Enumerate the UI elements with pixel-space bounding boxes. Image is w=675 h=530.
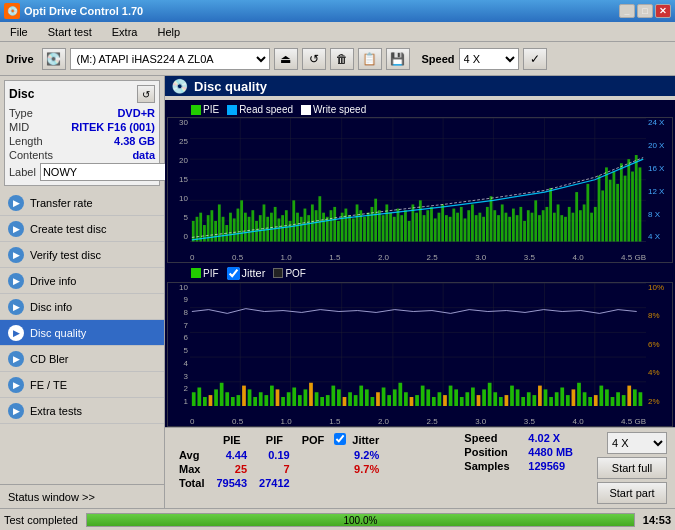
speed-select[interactable]: 4 X bbox=[459, 48, 519, 70]
avg-jitter: 9.2% bbox=[350, 448, 381, 462]
save-button[interactable]: 💾 bbox=[386, 48, 410, 70]
svg-rect-170 bbox=[298, 395, 302, 406]
drive-icon-button[interactable]: 💽 bbox=[42, 48, 66, 70]
app-title: Opti Drive Control 1.70 bbox=[24, 5, 143, 17]
maximize-button[interactable]: □ bbox=[637, 4, 653, 18]
bottom-chart-x-axis: 00.51.01.52.02.53.03.54.04.5 GB bbox=[190, 417, 646, 426]
eject-button[interactable]: ⏏ bbox=[274, 48, 298, 70]
top-chart-svg bbox=[190, 118, 646, 242]
sidebar-item-drive-info[interactable]: ▶ Drive info bbox=[0, 268, 164, 294]
svg-rect-31 bbox=[251, 210, 254, 241]
refresh-drive-button[interactable]: ↺ bbox=[302, 48, 326, 70]
position-row: Position 4480 MB bbox=[464, 446, 573, 458]
svg-rect-200 bbox=[465, 392, 469, 406]
menu-start-test[interactable]: Start test bbox=[42, 25, 98, 39]
svg-rect-202 bbox=[477, 395, 481, 406]
status-window-label: Status window >> bbox=[8, 491, 95, 503]
sidebar-item-extra-tests[interactable]: ▶ Extra tests bbox=[0, 398, 164, 424]
status-bar: Test completed 100.0% 14:53 bbox=[0, 508, 675, 530]
drive-label: Drive bbox=[6, 53, 34, 65]
svg-rect-223 bbox=[594, 395, 598, 406]
sidebar-item-disc-info[interactable]: ▶ Disc info bbox=[0, 294, 164, 320]
svg-rect-106 bbox=[531, 213, 534, 242]
sidebar-item-create-test-disc[interactable]: ▶ Create test disc bbox=[0, 216, 164, 242]
samples-stat-label: Samples bbox=[464, 460, 524, 472]
status-window-button[interactable]: Status window >> bbox=[0, 484, 164, 508]
svg-rect-21 bbox=[214, 221, 217, 242]
stats-panel: PIE PIF POF Jitter Avg 4.44 0.19 9.2% Ma… bbox=[165, 427, 675, 508]
sidebar-item-disc-quality[interactable]: ▶ Disc quality bbox=[0, 320, 164, 346]
disc-refresh-button[interactable]: ↺ bbox=[137, 85, 155, 103]
svg-rect-123 bbox=[594, 207, 597, 242]
disc-section: Disc ↺ Type DVD+R MID RITEK F16 (001) Le… bbox=[4, 80, 160, 186]
avg-jitter-spacer bbox=[330, 448, 350, 462]
sidebar-item-transfer-rate[interactable]: ▶ Transfer rate bbox=[0, 190, 164, 216]
svg-rect-220 bbox=[577, 382, 581, 406]
svg-rect-214 bbox=[544, 389, 548, 406]
jitter-col-checkbox[interactable] bbox=[330, 432, 350, 448]
svg-rect-168 bbox=[287, 392, 291, 406]
svg-rect-195 bbox=[438, 392, 442, 406]
svg-rect-56 bbox=[344, 209, 347, 242]
drive-select[interactable]: (M:) ATAPI iHAS224 A ZL0A bbox=[70, 48, 270, 70]
svg-rect-26 bbox=[233, 218, 236, 241]
svg-rect-80 bbox=[434, 218, 437, 241]
disc-length-value: 4.38 GB bbox=[114, 135, 155, 147]
jitter-checkbox[interactable] bbox=[227, 267, 240, 280]
svg-rect-101 bbox=[512, 209, 515, 242]
svg-rect-117 bbox=[572, 213, 575, 242]
disc-contents-value: data bbox=[132, 149, 155, 161]
svg-rect-58 bbox=[352, 218, 355, 241]
svg-rect-175 bbox=[326, 395, 330, 406]
start-part-button[interactable]: Start part bbox=[597, 482, 667, 504]
jitter-legend-label: Jitter bbox=[242, 267, 266, 279]
menu-help[interactable]: Help bbox=[151, 25, 186, 39]
sidebar: Disc ↺ Type DVD+R MID RITEK F16 (001) Le… bbox=[0, 76, 165, 508]
svg-rect-185 bbox=[382, 387, 386, 406]
svg-rect-54 bbox=[337, 221, 340, 242]
svg-rect-159 bbox=[237, 395, 241, 406]
erase-button[interactable]: 🗑 bbox=[330, 48, 354, 70]
svg-rect-204 bbox=[488, 382, 492, 406]
svg-rect-224 bbox=[599, 385, 603, 406]
disc-section-title: Disc bbox=[9, 87, 34, 101]
fe-te-icon: ▶ bbox=[8, 377, 24, 393]
disc-label-input[interactable] bbox=[40, 163, 184, 181]
speed-stat-label: Speed bbox=[464, 432, 524, 444]
position-stat-value: 4480 MB bbox=[528, 446, 573, 458]
disc-info-icon: ▶ bbox=[8, 299, 24, 315]
sidebar-item-fe-te[interactable]: ▶ FE / TE bbox=[0, 372, 164, 398]
svg-rect-155 bbox=[214, 389, 218, 406]
svg-rect-197 bbox=[449, 385, 453, 406]
svg-rect-48 bbox=[315, 210, 318, 241]
apply-speed-button[interactable]: ✓ bbox=[523, 48, 547, 70]
svg-rect-215 bbox=[549, 397, 553, 407]
svg-rect-41 bbox=[289, 221, 292, 242]
svg-rect-23 bbox=[222, 217, 225, 242]
svg-rect-216 bbox=[555, 392, 559, 406]
pie-legend-label: PIE bbox=[203, 104, 219, 115]
svg-rect-207 bbox=[505, 395, 509, 406]
read-speed-legend-label: Read speed bbox=[239, 104, 293, 115]
minimize-button[interactable]: _ bbox=[619, 4, 635, 18]
close-button[interactable]: ✕ bbox=[655, 4, 671, 18]
copy-button[interactable]: 📋 bbox=[358, 48, 382, 70]
sidebar-item-verify-test-disc[interactable]: ▶ Verify test disc bbox=[0, 242, 164, 268]
svg-rect-28 bbox=[240, 200, 243, 241]
svg-rect-60 bbox=[359, 210, 362, 241]
bottom-chart-legend: PIF Jitter POF bbox=[167, 265, 673, 282]
svg-rect-50 bbox=[322, 213, 325, 242]
disc-type-value: DVD+R bbox=[117, 107, 155, 119]
status-text: Test completed bbox=[4, 514, 78, 526]
svg-rect-173 bbox=[315, 392, 319, 406]
menu-file[interactable]: File bbox=[4, 25, 34, 39]
menu-extra[interactable]: Extra bbox=[106, 25, 144, 39]
sidebar-item-cd-bler[interactable]: ▶ CD Bler bbox=[0, 346, 164, 372]
jitter-checkbox-label[interactable]: Jitter bbox=[227, 267, 266, 280]
main-layout: Disc ↺ Type DVD+R MID RITEK F16 (001) Le… bbox=[0, 76, 675, 508]
svg-rect-154 bbox=[209, 395, 213, 406]
svg-rect-72 bbox=[404, 210, 407, 241]
speed-stat-select[interactable]: 4 X bbox=[607, 432, 667, 454]
start-full-button[interactable]: Start full bbox=[597, 457, 667, 479]
col-jitter: Jitter bbox=[350, 432, 381, 448]
